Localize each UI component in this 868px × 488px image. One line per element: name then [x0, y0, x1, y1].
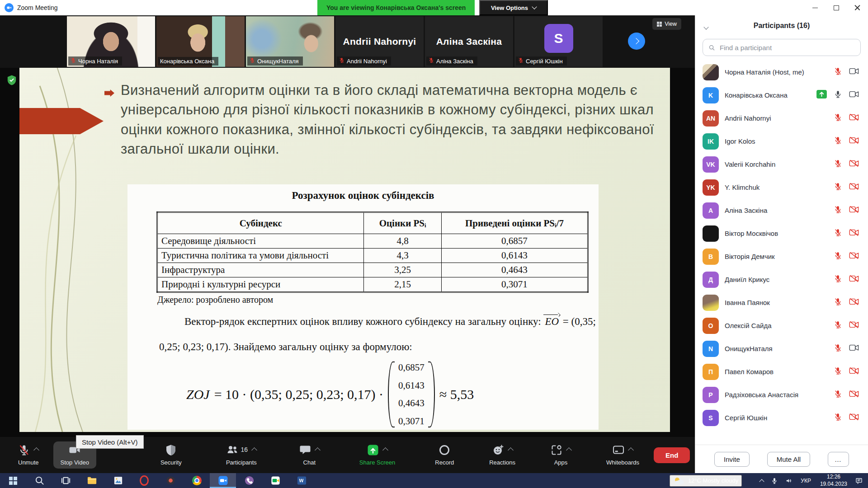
participant-name: ОнищукНаталя — [725, 345, 828, 352]
toolbar-reactions-button[interactable]: Reactions — [486, 442, 518, 468]
table-cell: 0,6143 — [441, 249, 588, 263]
table-row: Середовище діяльності4,80,6857 — [157, 234, 588, 249]
muted-mic-icon — [250, 57, 255, 65]
action-center-icon[interactable] — [854, 477, 863, 484]
participant-row[interactable]: О Олексій Сайда — [695, 314, 868, 337]
camera-status-icon — [849, 229, 859, 238]
chevron-up-icon[interactable] — [566, 447, 572, 453]
participant-row[interactable]: Віктор Москвічов — [695, 222, 868, 245]
mic-status-icon — [834, 90, 842, 100]
video-thumbnail[interactable]: Чорна Наталія — [67, 16, 155, 67]
camera-status-icon — [849, 67, 859, 77]
participant-name: Y. Klimchuk — [725, 183, 828, 191]
participant-row[interactable]: S Сергій Юшкін — [695, 406, 868, 429]
video-thumbnail[interactable]: Аліна Заскіна Аліна Заскіна — [425, 16, 513, 67]
file-explorer-icon — [87, 475, 97, 486]
language-indicator[interactable]: УКР — [799, 478, 813, 484]
participant-row[interactable]: B Вікторія Демчик — [695, 245, 868, 268]
minimize-button[interactable] — [804, 0, 826, 15]
meet-taskbar-button[interactable] — [262, 473, 288, 488]
video-thumbnail[interactable]: Andrii Nahornyi Andrii Nahornyi — [335, 16, 424, 67]
start-taskbar-button[interactable] — [0, 473, 26, 488]
avatar — [703, 64, 719, 80]
avatar: P — [703, 387, 719, 403]
tray-mic-icon[interactable] — [770, 477, 779, 484]
chevron-up-icon[interactable] — [33, 447, 39, 453]
subindex-table: СубіндексОцінки PSᵢПриведені оцінки PSᵢ/… — [156, 211, 589, 293]
maximize-button[interactable] — [826, 0, 847, 15]
slide-paragraph: Вектор-рядок експертних оцінок впливу ко… — [159, 309, 602, 360]
participant-row[interactable]: YK Y. Klimchuk — [695, 176, 868, 199]
file-explorer-taskbar-button[interactable] — [79, 473, 105, 488]
count-badge: 16 — [241, 446, 248, 453]
word-taskbar-button[interactable] — [288, 473, 315, 488]
participant-row[interactable]: П Павел Комаров — [695, 360, 868, 383]
view-options-button[interactable]: View Options — [479, 0, 548, 15]
participant-row[interactable]: P Радзіховська Анастасія — [695, 383, 868, 406]
participant-row[interactable]: Іванна Паянок — [695, 291, 868, 314]
zoom-taskbar-button[interactable] — [210, 473, 236, 488]
chevron-down-icon — [532, 4, 537, 9]
time: 12:26 — [820, 474, 847, 481]
search-input[interactable] — [719, 43, 855, 52]
mute-all-button[interactable]: Mute All — [767, 452, 810, 467]
slide-formula: ZOJ = 10 · (0,35; 0,25; 0,23; 0,17) · 0,… — [186, 361, 474, 427]
participant-row[interactable]: Д Даниїл Крикус — [695, 268, 868, 291]
viber-taskbar-button[interactable] — [236, 473, 262, 488]
chevron-up-icon[interactable] — [382, 447, 388, 453]
participant-row[interactable]: AN Andrii Nahornyi — [695, 107, 868, 130]
participant-row[interactable]: K Конарівська Оксана — [695, 84, 868, 107]
chrome-taskbar-button[interactable] — [184, 473, 210, 488]
chevron-up-icon[interactable] — [628, 447, 634, 453]
photos-taskbar-button[interactable] — [105, 473, 131, 488]
video-thumbnail[interactable]: Конарівська Оксана — [156, 16, 245, 67]
search-taskbar-button[interactable] — [26, 473, 52, 488]
chevron-up-icon[interactable] — [508, 447, 514, 453]
meet-icon — [270, 475, 281, 486]
zoom-meeting-window: Zoom Meeting You are viewing Конарівська… — [0, 0, 868, 488]
participant-row[interactable]: VK Valerii Korchahin — [695, 153, 868, 176]
volume-icon[interactable] — [784, 477, 793, 484]
close-button[interactable] — [847, 0, 868, 15]
show-hidden-icons-button[interactable] — [759, 478, 764, 483]
participant-row[interactable]: Чорна Наталія (Host, me) — [695, 61, 868, 84]
invite-button[interactable]: Invite — [714, 452, 750, 467]
task-view-taskbar-button[interactable] — [52, 473, 79, 488]
participant-name: Павел Комаров — [725, 368, 828, 375]
toolbar-security-button[interactable]: Security — [158, 442, 184, 468]
toolbar-participants-button[interactable]: 16 Participants — [223, 442, 259, 468]
video-thumbnail[interactable]: S Сергій Юшкін — [514, 16, 603, 67]
browser-taskbar-button[interactable] — [157, 473, 184, 488]
table-cell: Туристична політика та умови діяльності — [157, 249, 364, 263]
toolbar-record-button[interactable]: Record — [432, 442, 457, 468]
toolbar-chat-button[interactable]: Chat — [297, 442, 322, 468]
chevron-up-icon[interactable] — [315, 447, 321, 453]
collapse-panel-button[interactable] — [703, 22, 710, 32]
opera-taskbar-button[interactable] — [131, 473, 157, 488]
word-icon — [297, 475, 307, 486]
shield-icon — [165, 444, 177, 457]
participant-name: Valerii Korchahin — [725, 160, 828, 168]
more-options-button[interactable]: … — [828, 452, 849, 467]
participant-name: Чорна Наталія (Host, me) — [725, 68, 828, 76]
toolbar-unmute-button[interactable]: Unmute — [15, 442, 42, 468]
thumbnail-name-badge: Andrii Nahornyi — [337, 56, 391, 66]
toolbar-apps-button[interactable]: Apps — [548, 442, 574, 468]
end-meeting-button[interactable]: End — [654, 447, 690, 463]
participant-row[interactable]: IK Igor Kolos — [695, 130, 868, 153]
toolbar-label: Participants — [226, 459, 257, 466]
presentation-slide: Визначений алгоритм оцінки та в його скл… — [19, 68, 670, 432]
chevron-up-icon[interactable] — [251, 447, 257, 453]
toolbar-whiteboards-button[interactable]: Whiteboards — [604, 442, 642, 468]
thumbnail-name-label: Аліна Заскіна — [436, 58, 473, 65]
taskbar-clock[interactable]: 12:26 19.04.2023 — [818, 474, 849, 488]
view-layout-button[interactable]: View — [652, 18, 681, 30]
next-videos-button[interactable] — [628, 33, 645, 50]
participant-row[interactable]: A Аліна Заскіна — [695, 199, 868, 222]
toolbar-share-screen-button[interactable]: Share Screen — [357, 442, 398, 468]
video-thumbnail[interactable]: ОнищукНаталя — [246, 16, 334, 67]
participant-row[interactable]: N ОнищукНаталя — [695, 337, 868, 360]
toolbar-label: Stop Video — [61, 459, 89, 466]
mic-status-icon — [834, 367, 842, 377]
weather-widget[interactable]: 12°C Mostly cloudy — [670, 475, 742, 487]
